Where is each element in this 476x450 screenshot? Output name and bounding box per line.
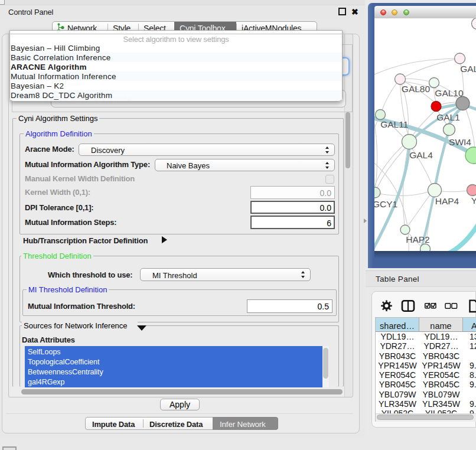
svg-text:HAP2: HAP2 — [406, 234, 430, 244]
svg-text:Y: Y — [471, 195, 476, 206]
svg-text:GCY1: GCY1 — [374, 199, 397, 209]
svg-text:GAL11: GAL11 — [380, 119, 408, 129]
svg-text:SWI4: SWI4 — [449, 137, 471, 147]
svg-text:GAL1: GAL1 — [436, 112, 460, 122]
svg-text:GAL80: GAL80 — [402, 84, 431, 94]
svg-text:GAL10: GAL10 — [435, 88, 464, 98]
svg-text:HAP4: HAP4 — [435, 196, 459, 206]
svg-text:GAL7: GAL7 — [460, 64, 476, 74]
svg-text:GAL4: GAL4 — [409, 150, 433, 160]
